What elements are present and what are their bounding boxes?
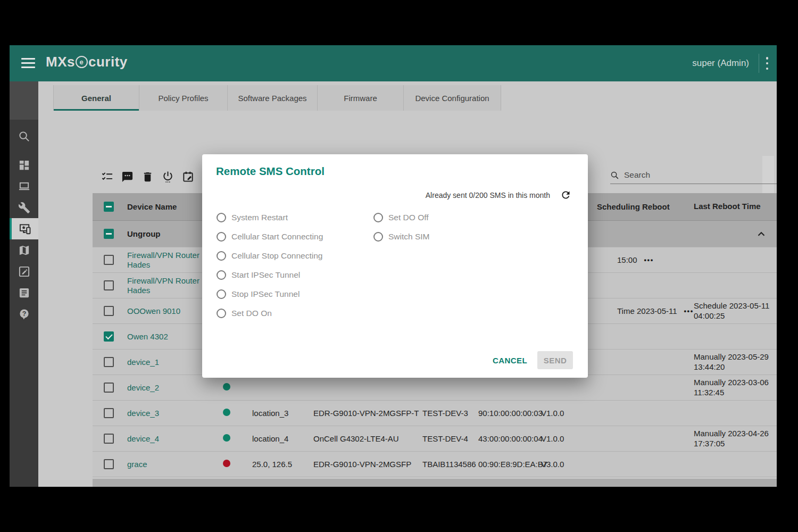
cell-firmware-version: V3.0.0 [540,460,586,469]
tab-policy-profiles[interactable]: Policy Profiles [139,85,228,111]
search-input[interactable] [623,170,774,180]
tab-label: Policy Profiles [158,94,208,103]
chevron-up-icon[interactable] [755,486,767,487]
top-bar: MXsecurity super (Admin) [10,45,777,81]
device-name-link[interactable]: OOOwen 9010 [127,306,180,315]
table-row[interactable]: device_2Manually 2023-03-06 11:32:45 [93,375,777,401]
sms-options-right-column: Set DO OffSwitch SIM [373,212,430,250]
table-row[interactable]: device_4location_4OnCell G4302-LTE4-AUTE… [93,426,777,452]
refresh-quota-icon[interactable] [560,189,571,201]
sms-option-set-do-off[interactable]: Set DO Off [373,212,430,223]
license-icon [18,265,30,278]
dialog-title: Remote SMS Control [216,165,325,178]
search-icon [18,130,30,143]
tab-firmware[interactable]: Firmware [318,85,404,111]
tab-device-configuration[interactable]: Device Configuration [404,85,501,111]
sidebar-item-logs[interactable] [10,282,38,303]
sms-quota-row: Already sent 0/200 SMS in this month [426,189,571,201]
device-name-link[interactable]: Owen 4302 [127,332,168,341]
radio-icon[interactable] [217,213,226,222]
radio-icon[interactable] [373,232,383,242]
status-dot [223,460,230,467]
row-checkbox[interactable] [104,434,114,444]
radio-icon[interactable] [217,289,226,299]
radio-icon[interactable] [373,213,383,222]
more-icon[interactable]: ••• [644,256,654,264]
option-label: Cellular Stop Connecting [231,251,322,261]
chevron-up-icon[interactable] [755,228,767,240]
radio-icon[interactable] [217,270,226,280]
sms-option-system-restart[interactable]: System Restart [217,212,323,223]
device-name-link[interactable]: device_1 [127,358,159,367]
group-row[interactable]: test2 [93,479,777,487]
sms-option-set-do-on[interactable]: Set DO On [217,307,323,319]
sidebar-item-search[interactable] [10,126,38,147]
wrench-icon [18,202,30,214]
row-checkbox[interactable] [104,383,114,393]
table-row[interactable]: grace25.0, 126.5EDR-G9010-VPN-2MGSFPTBAI… [93,452,777,477]
sidebar: ? [10,81,38,487]
brand-post: curity [88,54,128,70]
checklist-button[interactable] [97,167,117,187]
cell-serial: TEST-DEV-4 [420,434,477,443]
sidebar-item-license[interactable] [10,261,38,282]
brand-shield-icon: e [76,56,88,68]
reboot-button[interactable] [157,167,178,187]
sidebar-item-tools[interactable] [10,197,38,218]
group-checkbox[interactable] [104,229,114,239]
sidebar-item-device-management[interactable] [10,218,38,239]
row-checkbox[interactable] [104,408,114,418]
sidebar-item-devices[interactable] [10,176,38,197]
row-checkbox[interactable] [104,331,114,342]
device-name-link[interactable]: Firewall/VPN Router Hades [127,276,200,295]
radio-icon[interactable] [217,309,226,318]
device-name-link[interactable]: device_3 [127,409,159,418]
table-row[interactable]: device_3location_3EDR-G9010-VPN-2MGSFP-T… [93,401,777,426]
table-search[interactable] [610,167,777,184]
sidebar-item-dashboard[interactable] [10,154,38,176]
radio-icon[interactable] [217,232,226,242]
tab-software-packages[interactable]: Software Packages [228,85,318,111]
cell-location: 25.0, 126.5 [251,460,312,469]
row-checkbox[interactable] [104,357,114,367]
laptop-icon [18,180,30,193]
sms-option-stop-ipsec-tunnel[interactable]: Stop IPSec Tunnel [217,288,323,300]
more-icon[interactable]: ••• [684,307,694,315]
radio-icon[interactable] [217,251,226,261]
sms-button[interactable] [117,167,137,187]
sidebar-item-help[interactable]: ? [10,303,38,325]
schedule-edit-button[interactable] [178,167,198,187]
send-button[interactable]: SEND [537,351,573,369]
tab-label: Firmware [344,94,377,103]
sms-option-cellular-start-connecting[interactable]: Cellular Start Connecting [217,231,323,243]
sms-option-switch-sim[interactable]: Switch SIM [373,231,430,243]
cell-firmware-version: V1.0.0 [540,434,586,443]
row-checkbox[interactable] [104,280,114,290]
device-name-link[interactable]: device_2 [127,383,159,392]
row-checkbox[interactable] [104,255,114,265]
cell-mac: 90:10:00:00:00:03 [477,409,540,418]
cancel-button[interactable]: CANCEL [487,352,533,369]
sidebar-item-map[interactable] [10,239,38,261]
cell-model: EDR-G9010-VPN-2MGSFP [312,460,420,469]
cell-last-reboot-time: Manually 2023-04-26 17:37:05 [694,429,777,449]
header-last-reboot-time: Last Reboot Time [694,202,777,212]
device-name-link[interactable]: Firewall/VPN Router Hades [127,251,200,269]
hamburger-menu-icon[interactable] [21,58,35,69]
row-checkbox[interactable] [104,459,114,469]
select-all-checkbox[interactable] [104,202,114,212]
device-name-link[interactable]: device_4 [127,434,159,443]
device-name-link[interactable]: grace [127,460,147,469]
sms-option-cellular-stop-connecting[interactable]: Cellular Stop Connecting [217,250,323,262]
brand-logo: MXsecurity [46,54,128,70]
cell-scheduling-reboot: 15:00••• [586,255,694,264]
row-checkbox[interactable] [104,306,114,316]
sms-option-start-ipsec-tunnel[interactable]: Start IPSec Tunnel [217,269,323,281]
tab-general[interactable]: General [53,85,139,111]
delete-button[interactable] [137,167,157,187]
cell-last-reboot-time: Manually 2023-03-06 11:32:45 [694,378,777,398]
cell-last-reboot-time: Manually 2023-05-29 13:44:20 [694,352,777,372]
cell-last-reboot-time: Schedule 2023-05-11 04:00:25 [694,301,777,321]
kebab-menu-icon[interactable] [762,57,772,70]
sms-options-left-column: System RestartCellular Start ConnectingC… [217,212,323,327]
